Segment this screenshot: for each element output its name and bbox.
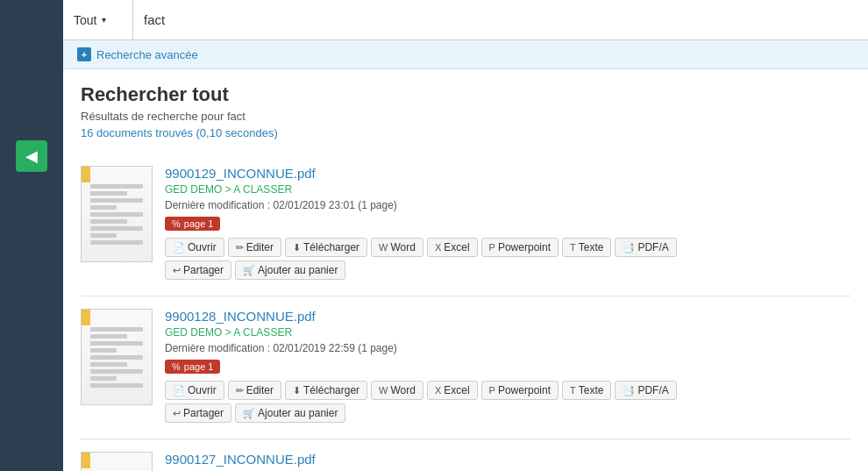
- main-content: Tout ▾ + Recherche avancée Rechercher to…: [63, 0, 868, 471]
- doc-date: Dernière modification : 02/01/2019 23:01…: [165, 199, 850, 211]
- search-input[interactable]: [133, 0, 868, 39]
- pdfa-button[interactable]: 📑 PDF/A: [615, 381, 676, 400]
- open-icon: 📄: [173, 242, 185, 253]
- back-icon: ◀: [25, 146, 38, 166]
- excel-icon: X: [435, 242, 441, 253]
- open-icon: 📄: [173, 385, 185, 396]
- results-title: Rechercher tout: [81, 83, 850, 106]
- add-cart-button[interactable]: 🛒 Ajouter au panier: [235, 260, 345, 280]
- open-button[interactable]: 📄 Ouvrir: [165, 238, 224, 257]
- download-button[interactable]: ⬇ Télécharger: [285, 381, 367, 400]
- share-button[interactable]: ↩ Partager: [165, 260, 231, 280]
- pdfa-button[interactable]: 📑 PDF/A: [615, 238, 676, 257]
- results-count: 16 documents trouvés (0,10 secondes): [81, 126, 850, 139]
- search-bar: Tout ▾: [63, 0, 868, 40]
- sidebar: ◀: [0, 0, 63, 471]
- edit-icon: ✏: [236, 385, 244, 396]
- share-button[interactable]: ↩ Partager: [165, 403, 231, 423]
- doc-info: 9900128_INCONNUE.pdf GED DEMO > A CLASSE…: [165, 309, 850, 426]
- doc-actions-row1: 📄 Ouvrir ✏ Editer ⬇ Télécharger W Word X…: [165, 238, 850, 257]
- texte-button[interactable]: T Texte: [562, 238, 611, 257]
- texte-icon: T: [570, 242, 576, 253]
- page-label: page 1: [184, 361, 214, 372]
- pdfa-icon: 📑: [623, 242, 635, 253]
- texte-icon: T: [570, 385, 576, 396]
- download-button[interactable]: ⬇ Télécharger: [285, 238, 367, 257]
- page-icon: %: [172, 218, 181, 229]
- powerpoint-icon: P: [489, 242, 495, 253]
- excel-icon: X: [435, 385, 441, 396]
- doc-actions-row2: ↩ Partager 🛒 Ajouter au panier: [165, 260, 850, 280]
- back-button[interactable]: ◀: [16, 140, 47, 172]
- doc-path: GED DEMO > A CLASSER: [165, 183, 850, 196]
- advanced-search-bar: + Recherche avancée: [63, 40, 868, 69]
- download-icon: ⬇: [293, 385, 301, 396]
- powerpoint-button[interactable]: P Powerpoint: [481, 238, 559, 257]
- page-label: page 1: [184, 218, 214, 229]
- doc-name-link[interactable]: 9900127_INCONNUE.pdf: [165, 452, 850, 467]
- page-icon: %: [172, 361, 181, 372]
- cart-icon: 🛒: [243, 265, 255, 276]
- doc-actions-row1: 📄 Ouvrir ✏ Editer ⬇ Télécharger W Word X…: [165, 381, 850, 400]
- category-dropdown[interactable]: Tout ▾: [63, 0, 133, 39]
- texte-button[interactable]: T Texte: [562, 381, 611, 400]
- word-icon: W: [379, 242, 388, 253]
- yellow-tag: [82, 310, 90, 325]
- powerpoint-button[interactable]: P Powerpoint: [481, 381, 559, 400]
- doc-thumbnail: [81, 452, 153, 471]
- yellow-tag: [82, 167, 90, 182]
- doc-info: 9900127_INCONNUE.pdf GED DEMO > A CLASSE…: [165, 452, 850, 471]
- share-icon: ↩: [173, 408, 181, 419]
- powerpoint-icon: P: [489, 385, 495, 396]
- doc-path: GED DEMO > A CLASSER: [165, 326, 850, 339]
- doc-thumbnail: [81, 309, 153, 405]
- advanced-search-icon: +: [77, 47, 91, 61]
- document-item: 9900129_INCONNUE.pdf GED DEMO > A CLASSE…: [81, 153, 850, 296]
- doc-name-link[interactable]: 9900128_INCONNUE.pdf: [165, 309, 850, 324]
- doc-actions-row2: ↩ Partager 🛒 Ajouter au panier: [165, 403, 850, 423]
- yellow-tag: [82, 453, 90, 468]
- word-icon: W: [379, 385, 388, 396]
- add-cart-button[interactable]: 🛒 Ajouter au panier: [235, 403, 345, 423]
- doc-thumbnail: [81, 166, 153, 262]
- advanced-search-link[interactable]: Recherche avancée: [96, 48, 198, 61]
- doc-date: Dernière modification : 02/01/2019 22:59…: [165, 342, 850, 354]
- word-button[interactable]: W Word: [371, 381, 423, 400]
- share-icon: ↩: [173, 265, 181, 276]
- download-icon: ⬇: [293, 242, 301, 253]
- excel-button[interactable]: X Excel: [427, 381, 478, 400]
- edit-button[interactable]: ✏ Editer: [228, 238, 281, 257]
- chevron-down-icon: ▾: [102, 15, 106, 25]
- edit-icon: ✏: [236, 242, 244, 253]
- results-area: Rechercher tout Résultats de recherche p…: [63, 69, 868, 471]
- doc-page-badge[interactable]: % page 1: [165, 360, 220, 374]
- doc-name-link[interactable]: 9900129_INCONNUE.pdf: [165, 166, 850, 181]
- results-query: Résultats de recherche pour fact: [81, 110, 850, 123]
- category-label: Tout: [74, 13, 96, 27]
- edit-button[interactable]: ✏ Editer: [228, 381, 281, 400]
- document-item: 9900128_INCONNUE.pdf GED DEMO > A CLASSE…: [81, 296, 850, 439]
- word-button[interactable]: W Word: [371, 238, 423, 257]
- doc-info: 9900129_INCONNUE.pdf GED DEMO > A CLASSE…: [165, 166, 850, 283]
- document-item: 9900127_INCONNUE.pdf GED DEMO > A CLASSE…: [81, 439, 850, 471]
- excel-button[interactable]: X Excel: [427, 238, 478, 257]
- cart-icon: 🛒: [243, 408, 255, 419]
- open-button[interactable]: 📄 Ouvrir: [165, 381, 224, 400]
- doc-page-badge[interactable]: % page 1: [165, 217, 220, 231]
- pdfa-icon: 📑: [623, 385, 635, 396]
